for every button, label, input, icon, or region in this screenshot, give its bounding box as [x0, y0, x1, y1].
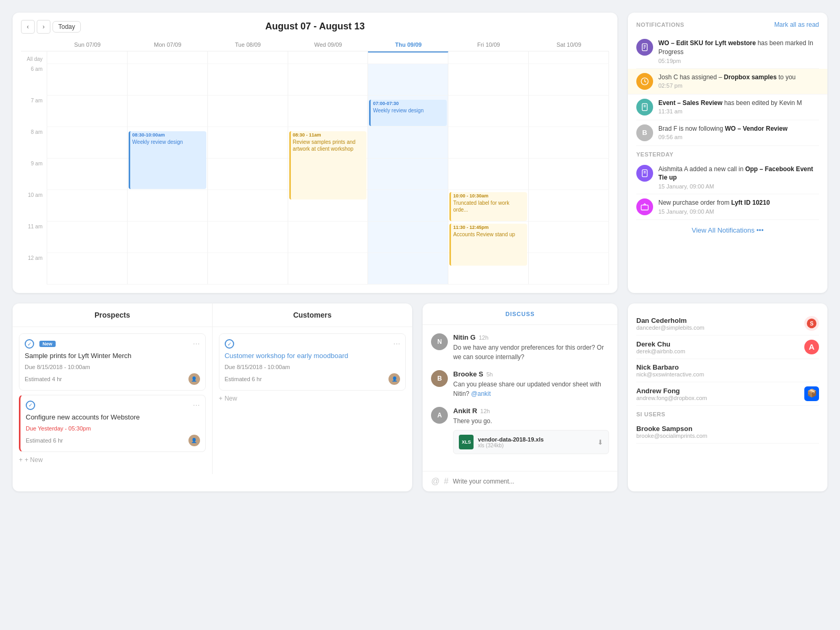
- calendar-title: August 07 - August 13: [265, 21, 364, 32]
- calendar-nav: ‹ › Today: [21, 20, 81, 34]
- customer-task-check-0[interactable]: ✓: [225, 339, 234, 349]
- discuss-card: DISCUSS N Nitin G 12h Do we have any ven…: [423, 303, 617, 491]
- mention-icon[interactable]: @: [431, 477, 439, 486]
- all-day-cell-thu: [368, 51, 448, 64]
- day-header-wed: Wed 09/09: [288, 38, 369, 51]
- event-weekly-review-thu[interactable]: 07:00-07:30 Weekly review design: [369, 100, 447, 126]
- notif-time-2: 11:31 am: [658, 108, 819, 114]
- contact-info-brooke-sampson: Brooke Sampson brooke@socialimprints.com: [636, 425, 819, 439]
- contact-logo-dan: S: [804, 316, 819, 331]
- msg-text-ankit: There you go.: [453, 416, 609, 426]
- customer-task-est-0: Estimated 6 hr: [225, 376, 262, 382]
- cell-sat-11: [529, 222, 609, 253]
- cell-sun-6: [47, 64, 128, 96]
- customer-task-menu-0[interactable]: ···: [393, 339, 400, 349]
- notif-yesterday-1: New purchase order from Lyft ID 10210 15…: [636, 194, 819, 220]
- msg-brooke: B Brooke S 5h Can you please share our u…: [431, 370, 609, 398]
- msg-header-brooke: Brooke S 5h: [453, 370, 609, 378]
- cell-wed-8: 08:30 - 11am Review samples prints and a…: [288, 127, 369, 159]
- msg-ankit: A Ankit R 12h There you go. XLS vendor-d…: [431, 407, 609, 454]
- cell-mon-6: [128, 64, 208, 96]
- all-day-cell-sat: [529, 51, 609, 64]
- notif-content-y0: Aishmita A added a new call in Opp – Fac…: [658, 165, 819, 190]
- prospect-task-0: ✓ New ··· Sample prints for Lyft Winter …: [19, 333, 206, 391]
- contact-dan: Dan Cederholm danceder@simplebits.com S: [636, 312, 819, 335]
- event-accounts-review[interactable]: 11:30 - 12:45pm Accounts Review stand up: [449, 224, 527, 266]
- notif-content-y1: New purchase order from Lyft ID 10210 15…: [658, 198, 819, 215]
- today-button[interactable]: Today: [52, 21, 81, 33]
- hashtag-icon[interactable]: #: [444, 477, 449, 486]
- prospect-add-new[interactable]: + + New: [19, 456, 206, 464]
- prospect-task-avatar-0: 👤: [188, 373, 200, 385]
- prospect-task-check-0[interactable]: ✓: [25, 339, 34, 349]
- all-day-cell-sun: [47, 51, 128, 64]
- cell-mon-10: [128, 190, 208, 222]
- notif-avatar-2: [636, 99, 653, 116]
- tasks-body: ✓ New ··· Sample prints for Lyft Winter …: [13, 327, 412, 474]
- contact-derek: Derek Chu derek@airbnb.com A: [636, 335, 819, 359]
- cell-tue-6: [208, 64, 288, 96]
- time-col-header: [21, 38, 47, 51]
- prospect-task-check-1[interactable]: ✓: [26, 401, 35, 410]
- prev-week-button[interactable]: ‹: [21, 20, 35, 34]
- cell-thu-9: [368, 159, 448, 190]
- discuss-messages: N Nitin G 12h Do we have any vendor pref…: [423, 325, 617, 471]
- prospect-task-footer-0: Estimated 4 hr 👤: [25, 373, 200, 385]
- notif-time-y1: 15 January, 09:00 AM: [658, 208, 819, 215]
- msg-header-ankit: Ankit R 12h: [453, 407, 609, 415]
- prospect-task-title-1: Configure new accounts for Webstore: [26, 413, 200, 422]
- notif-time-0: 05:19pm: [658, 58, 819, 64]
- prospect-task-due-1: Due Yesterday - 05:30pm: [26, 425, 200, 432]
- cell-thu-6: [368, 64, 448, 96]
- add-icon: +: [19, 456, 23, 464]
- cell-sun-7: [47, 96, 128, 127]
- cell-thu-10: [368, 190, 448, 222]
- contact-email-andrew: andrew.fong@dropbox.com: [636, 395, 804, 401]
- contact-name-dan: Dan Cederholm: [636, 317, 804, 324]
- view-all-notifications-link[interactable]: View All Notifications •••: [636, 220, 819, 236]
- all-day-cell-wed: [288, 51, 369, 64]
- tasks-header: Prospects Customers: [13, 303, 412, 327]
- cell-fri-6: [448, 64, 529, 96]
- next-week-button[interactable]: ›: [37, 20, 50, 34]
- event-review-samples[interactable]: 08:30 - 11am Review samples prints and a…: [289, 131, 367, 200]
- cell-fri-9: [448, 159, 529, 190]
- mark-all-read-button[interactable]: Mark all as read: [774, 21, 819, 28]
- msg-name-brooke: Brooke S: [453, 370, 483, 378]
- prospect-task-title-0: Sample prints for Lyft Winter Merch: [25, 352, 200, 361]
- discuss-comment-input[interactable]: [453, 478, 609, 485]
- event-truncated-label[interactable]: 10:00 - 10:30am Truncated label for work…: [449, 192, 527, 221]
- contact-brooke-sampson: Brooke Sampson brooke@socialimprints.com: [636, 421, 819, 444]
- prospect-task-top-0: ✓ New ···: [25, 339, 200, 349]
- all-day-cell-mon: [128, 51, 208, 64]
- file-icon: XLS: [459, 435, 474, 449]
- cell-fri-8: [448, 127, 529, 159]
- msg-time-nitin: 12h: [479, 334, 488, 341]
- prospect-task-menu-0[interactable]: ···: [193, 339, 200, 349]
- task-new-tag: New: [39, 341, 56, 347]
- notif-text-y1: New purchase order from Lyft ID 10210: [658, 198, 819, 207]
- cell-sat-12: [529, 253, 609, 285]
- day-header-thu: Thu 09/09: [368, 38, 448, 51]
- cell-wed-11: [288, 222, 369, 253]
- all-day-label: All day: [21, 51, 47, 64]
- cell-mon-12: [128, 253, 208, 285]
- msg-name-ankit: Ankit R: [453, 407, 477, 415]
- cell-tue-11: [208, 222, 288, 253]
- customer-add-new[interactable]: + New: [219, 395, 406, 402]
- notif-text-1: Josh C has assigned – Dropbox samples to…: [658, 73, 819, 82]
- event-weekly-review-mon[interactable]: 08:30-10:00am Weekly review design: [129, 131, 206, 189]
- customer-task-title-0[interactable]: Customer workshop for early moodboard: [225, 352, 401, 361]
- file-download-button[interactable]: ⬇: [597, 438, 603, 446]
- calendar-header: ‹ › Today August 07 - August 13: [21, 21, 609, 32]
- cell-sun-11: [47, 222, 128, 253]
- notif-item-0: WO – Edit SKU for Lyft webstore has been…: [636, 35, 819, 69]
- cell-thu-8: [368, 127, 448, 159]
- prospect-task-menu-1[interactable]: ···: [193, 401, 200, 410]
- contact-nick: Nick Barbaro nick@sxswinteractive.com: [636, 359, 819, 382]
- cell-tue-8: [208, 127, 288, 159]
- cell-wed-12: [288, 253, 369, 285]
- file-info: vendor-data-2018-19.xls xls (324kb): [478, 436, 543, 448]
- discuss-input-area: @ #: [423, 471, 617, 491]
- prospects-col: ✓ New ··· Sample prints for Lyft Winter …: [13, 327, 213, 474]
